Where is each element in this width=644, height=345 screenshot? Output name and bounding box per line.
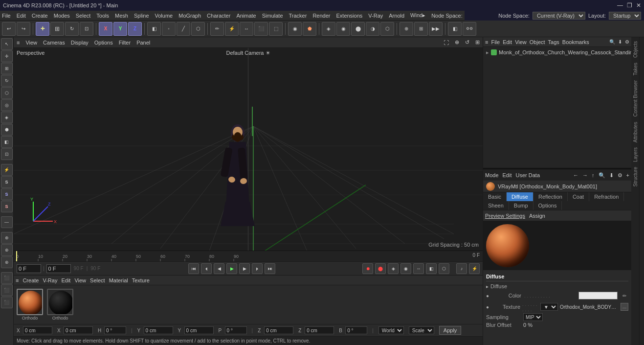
lt-5[interactable]: ⬡ bbox=[1, 87, 13, 99]
vp-options-menu[interactable]: Options bbox=[94, 40, 113, 46]
mat-tab-bump[interactable]: Bump bbox=[509, 201, 533, 210]
frame-current-input[interactable] bbox=[46, 264, 71, 273]
undo-button[interactable]: ↩ bbox=[2, 22, 16, 36]
poly-button[interactable]: ⬡ bbox=[191, 22, 205, 36]
right-scrollbar[interactable] bbox=[639, 37, 644, 345]
display-btn-5[interactable]: ⬡ bbox=[380, 22, 394, 36]
mat-tab-basic[interactable]: Basic bbox=[483, 192, 507, 201]
attr-search-icon[interactable]: 🔍 bbox=[599, 172, 605, 179]
lt-s3[interactable]: S bbox=[1, 201, 13, 212]
texture-dropdown[interactable]: ▼ bbox=[540, 303, 558, 311]
mat-edit-menu[interactable]: Edit bbox=[61, 277, 70, 283]
obj-filter-icon[interactable]: ⬇ bbox=[618, 39, 622, 45]
menu-create[interactable]: Create bbox=[32, 13, 48, 19]
knife-button[interactable]: ⚡ bbox=[225, 22, 239, 36]
p-input[interactable] bbox=[225, 326, 247, 334]
lt-select[interactable]: ↖ bbox=[1, 38, 13, 50]
attr-add-icon[interactable]: + bbox=[626, 172, 629, 178]
lt-move[interactable]: ✛ bbox=[1, 50, 13, 62]
param-btn-2[interactable]: ⚙⚙ bbox=[463, 22, 476, 36]
menu-tools[interactable]: Tools bbox=[96, 13, 109, 19]
menu-render[interactable]: Render bbox=[312, 13, 330, 19]
mat-tab-refraction[interactable]: Refraction bbox=[589, 192, 624, 201]
lt-10[interactable]: ⊡ bbox=[1, 148, 13, 160]
mat-texture-menu[interactable]: Texture bbox=[132, 277, 150, 283]
keyframe-btn-2[interactable]: ◉ bbox=[400, 263, 411, 274]
z2-input[interactable] bbox=[305, 326, 334, 334]
h-input[interactable] bbox=[104, 326, 126, 334]
lt-8[interactable]: ⬢ bbox=[1, 124, 13, 136]
y1-input[interactable] bbox=[144, 326, 173, 334]
attr-userdata-menu[interactable]: User Data bbox=[516, 172, 540, 178]
obj-view-menu[interactable]: View bbox=[515, 39, 527, 45]
vp-expand[interactable]: ⛶ bbox=[444, 40, 449, 46]
scale-dropdown[interactable]: Scale bbox=[409, 326, 434, 334]
z1-input[interactable] bbox=[264, 326, 293, 334]
lt-knife[interactable]: ⚡ bbox=[1, 164, 13, 176]
vtab-attributes[interactable]: Attributes bbox=[632, 120, 639, 144]
x-axis-button[interactable]: X bbox=[99, 22, 112, 36]
record-button[interactable]: ⏺ bbox=[362, 263, 373, 274]
mat-tab-sheen[interactable]: Sheen bbox=[483, 201, 509, 210]
lt-9[interactable]: ◧ bbox=[1, 136, 13, 148]
obj-menu-toggle[interactable]: ≡ bbox=[485, 39, 488, 45]
keyframe-btn-5[interactable]: ⬡ bbox=[439, 263, 449, 274]
texture-more-button[interactable]: … bbox=[621, 303, 628, 311]
menu-character[interactable]: Character bbox=[207, 13, 230, 19]
redo-button[interactable]: ↪ bbox=[17, 22, 30, 36]
obj-edit-menu[interactable]: Edit bbox=[503, 39, 512, 45]
symmetry-button[interactable]: ⊞ bbox=[414, 22, 428, 36]
goto-start-button[interactable]: ⏮ bbox=[188, 263, 199, 274]
vp-cameras-menu[interactable]: Cameras bbox=[43, 40, 65, 46]
assign-link[interactable]: Assign bbox=[529, 213, 545, 219]
lt-6[interactable]: ◎ bbox=[1, 99, 13, 111]
y-axis-button[interactable]: Y bbox=[113, 22, 127, 36]
b-input[interactable] bbox=[345, 326, 367, 334]
display-btn-1[interactable]: ◈ bbox=[322, 22, 335, 36]
color-swatch[interactable] bbox=[578, 292, 618, 299]
lt-brush3[interactable]: ⊛ bbox=[1, 256, 13, 268]
mat-create-menu[interactable]: Create bbox=[22, 277, 39, 283]
mat-tab-options[interactable]: Options bbox=[533, 201, 562, 210]
sound-button[interactable]: ♪ bbox=[456, 263, 467, 274]
lt-grid1[interactable]: ⬛ bbox=[1, 272, 13, 284]
mat-vray-menu[interactable]: V-Ray bbox=[43, 277, 57, 283]
sampling-select[interactable]: MIP bbox=[523, 313, 543, 321]
prev-frame-button[interactable]: ⏴ bbox=[201, 263, 212, 274]
menu-modes[interactable]: Modes bbox=[54, 13, 70, 19]
viewport[interactable]: X Y Z Perspective Default Camera ☀ Grid … bbox=[14, 48, 483, 251]
mat-select-menu[interactable]: Select bbox=[90, 277, 105, 283]
object-button[interactable]: ◧ bbox=[147, 22, 161, 36]
minimize-button[interactable]: — bbox=[617, 2, 623, 9]
keyframe-btn-3[interactable]: ↔ bbox=[413, 263, 424, 274]
layout-dropdown[interactable]: Startup bbox=[609, 12, 641, 20]
attr-filter-icon[interactable]: ⬇ bbox=[609, 172, 614, 179]
obj-search-icon[interactable]: 🔍 bbox=[609, 39, 615, 45]
mat-material-menu[interactable]: Material bbox=[109, 277, 128, 283]
menu-mograph[interactable]: MoGraph bbox=[178, 13, 201, 19]
z-axis-button[interactable]: Z bbox=[128, 22, 142, 36]
lt-rotate[interactable]: ↻ bbox=[1, 75, 13, 87]
texture-radio[interactable]: ● bbox=[486, 304, 489, 310]
obj-settings-icon[interactable]: ⚙ bbox=[625, 39, 629, 45]
transform-tool-button[interactable]: ⊡ bbox=[80, 22, 93, 36]
timeline-ruler[interactable]: 0 10 20 30 40 50 60 70 80 bbox=[14, 251, 483, 261]
lt-s2[interactable]: S bbox=[1, 188, 13, 200]
lt-s[interactable]: S bbox=[1, 176, 13, 188]
lt-grid3[interactable]: ⬛ bbox=[1, 297, 13, 308]
prev-keyframe-button[interactable]: ◀ bbox=[214, 263, 224, 274]
display-btn-3[interactable]: ⬤ bbox=[351, 22, 365, 36]
vtab-takes[interactable]: Takes bbox=[632, 61, 639, 77]
vp-crosshair[interactable]: ⊕ bbox=[455, 39, 459, 46]
vp-lock[interactable]: ⊞ bbox=[475, 39, 480, 46]
y2-input[interactable] bbox=[184, 326, 214, 334]
edge-button[interactable]: ╱ bbox=[177, 22, 190, 36]
goto-end-button[interactable]: ⏭ bbox=[265, 263, 275, 274]
attr-nav-back[interactable]: ← bbox=[573, 172, 578, 178]
attr-edit-menu[interactable]: Edit bbox=[503, 172, 512, 178]
menu-animate[interactable]: Animate bbox=[236, 13, 256, 19]
vp-view-menu[interactable]: View bbox=[25, 40, 37, 46]
material-item-1[interactable]: Orthodo bbox=[17, 289, 43, 321]
lt-line[interactable]: — bbox=[1, 216, 13, 228]
attr-up-icon[interactable]: ↑ bbox=[592, 172, 595, 178]
